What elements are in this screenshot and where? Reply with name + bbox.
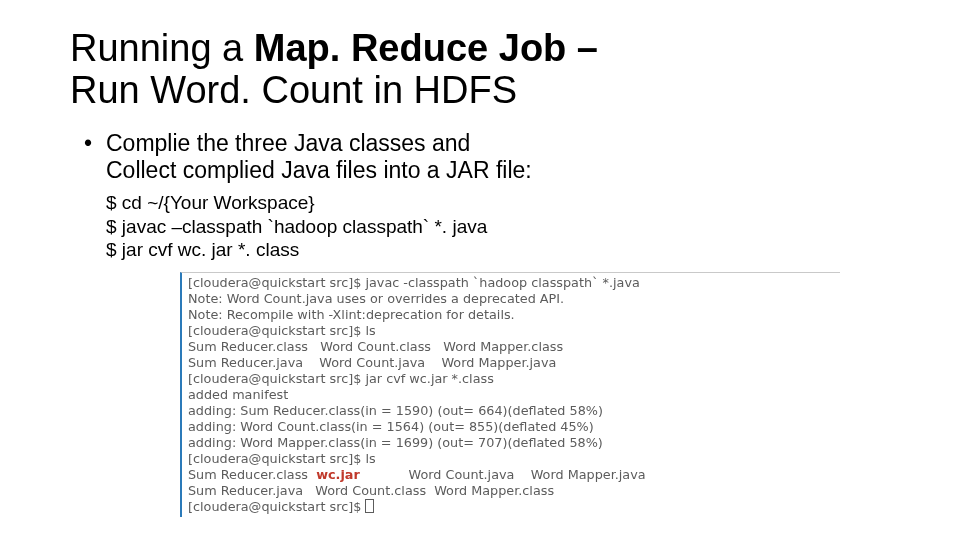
term-l11: adding: Word Mapper.class(in = 1699) (ou… xyxy=(188,435,603,450)
term-l13a: Sum Reducer.class xyxy=(188,467,316,482)
term-l2: Note: Word Count.java uses or overrides … xyxy=(188,291,564,306)
term-wc-jar: wc.jar xyxy=(316,467,360,482)
term-l15: [cloudera@quickstart src]$ xyxy=(188,499,365,514)
title-part1: Running a xyxy=(70,27,254,69)
slide: Running a Map. Reduce Job – Run Word. Co… xyxy=(0,0,960,537)
cmd-line-1: $ cd ~/{Your Workspace} xyxy=(106,192,315,213)
term-l9: adding: Sum Reducer.class(in = 1590) (ou… xyxy=(188,403,603,418)
term-l12: [cloudera@quickstart src]$ ls xyxy=(188,451,376,466)
term-l10: adding: Word Count.class(in = 1564) (out… xyxy=(188,419,594,434)
term-l1: [cloudera@quickstart src]$ javac -classp… xyxy=(188,275,640,290)
term-l3: Note: Recompile with -Xlint:deprecation … xyxy=(188,307,515,322)
terminal-wrap: [cloudera@quickstart src]$ javac -classp… xyxy=(180,272,840,517)
bullet-line1: Complie the three Java classes and xyxy=(106,130,470,156)
title-part2: Run Word. Count in HDFS xyxy=(70,69,517,111)
term-l13c: Word Count.java Word Mapper.java xyxy=(360,467,646,482)
slide-title: Running a Map. Reduce Job – Run Word. Co… xyxy=(70,28,900,112)
term-l7: [cloudera@quickstart src]$ jar cvf wc.ja… xyxy=(188,371,494,386)
bullet-item: Complie the three Java classes and Colle… xyxy=(70,130,900,185)
term-l14: Sum Reducer.java Word Count.class Word M… xyxy=(188,483,554,498)
term-l4: [cloudera@quickstart src]$ ls xyxy=(188,323,376,338)
cursor-icon xyxy=(365,499,374,513)
term-l5: Sum Reducer.class Word Count.class Word … xyxy=(188,339,563,354)
bullet-line2: Collect complied Java files into a JAR f… xyxy=(106,157,532,183)
terminal-output: [cloudera@quickstart src]$ javac -classp… xyxy=(180,272,840,517)
term-l6: Sum Reducer.java Word Count.java Word Ma… xyxy=(188,355,556,370)
title-bold: Map. Reduce Job – xyxy=(254,27,598,69)
cmd-line-2: $ javac –classpath `hadoop classpath` *.… xyxy=(106,216,487,237)
command-block: $ cd ~/{Your Workspace} $ javac –classpa… xyxy=(70,191,900,262)
term-l8: added manifest xyxy=(188,387,288,402)
cmd-line-3: $ jar cvf wc. jar *. class xyxy=(106,239,299,260)
